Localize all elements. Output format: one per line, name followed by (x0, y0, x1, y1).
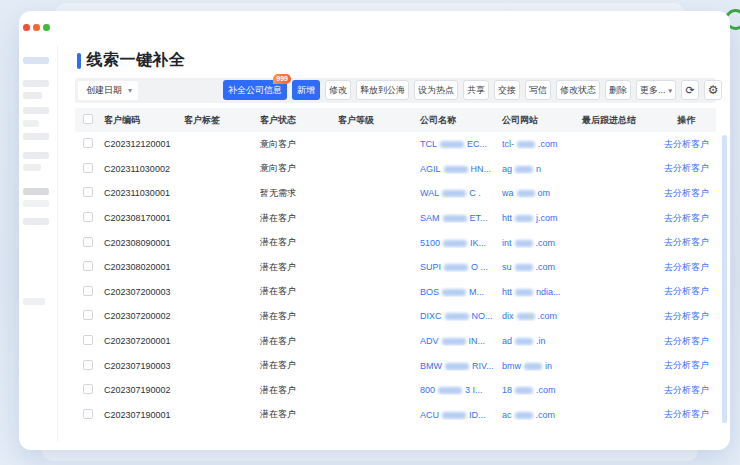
toolbar-button[interactable]: 删除 (605, 80, 631, 100)
company-name-link[interactable]: SUPIO ... (417, 262, 499, 272)
row-select-cell (75, 237, 101, 249)
app-window: 线索一键补全 创建日期 ▾ 补全公司信息 999 新增 修改释放到公海设为热点共… (19, 11, 730, 450)
toolbar-button[interactable]: 设为热点 (414, 80, 458, 100)
company-name-link[interactable]: SAMET... (417, 213, 499, 223)
sidebar-skeleton-bar (23, 152, 49, 159)
row-checkbox[interactable] (83, 237, 93, 247)
company-website-link[interactable]: int.com (499, 238, 579, 248)
window-controls (23, 24, 50, 31)
analyze-customer-link[interactable]: 去分析客户 (664, 409, 709, 419)
row-checkbox[interactable] (83, 261, 93, 271)
company-website-link[interactable]: waom (499, 188, 579, 198)
analyze-customer-link[interactable]: 去分析客户 (664, 213, 709, 223)
company-website-link[interactable]: httndia... (499, 287, 579, 297)
row-checkbox[interactable] (83, 187, 93, 197)
table-row: C202307190002潜在客户8003 I...18.com去分析客户 (75, 378, 716, 403)
customer-status-cell: 潜在客户 (257, 335, 335, 348)
company-name-link[interactable]: TCLEC... (417, 139, 499, 149)
vertical-scrollbar[interactable] (722, 135, 727, 423)
row-checkbox[interactable] (83, 360, 93, 370)
table-body: C202312120001意向客户TCLEC...tcl-.com去分析客户C2… (75, 132, 716, 427)
close-window-button[interactable] (23, 24, 30, 31)
redacted-text (515, 387, 533, 394)
company-name-link[interactable]: DIXCNO... (417, 311, 499, 321)
company-name-link[interactable]: ADVIN... (417, 336, 499, 346)
redacted-text (515, 264, 533, 271)
select-all-checkbox[interactable] (83, 114, 93, 124)
minimize-window-button[interactable] (33, 24, 40, 31)
date-filter-value: 创建日期 (86, 84, 122, 97)
redacted-text (443, 240, 467, 247)
customer-status-cell: 潜在客户 (257, 261, 335, 274)
analyze-customer-link[interactable]: 去分析客户 (664, 262, 709, 272)
complete-company-info-label: 补全公司信息 (228, 86, 282, 95)
toolbar-button[interactable]: 写信 (525, 80, 551, 100)
more-button-label: 更多... (640, 86, 666, 95)
company-website-link[interactable]: agn (499, 164, 579, 174)
title-accent-bar (77, 53, 81, 69)
action-cell: 去分析客户 (657, 384, 716, 397)
company-website-link[interactable]: dix.com (499, 311, 579, 321)
company-website-link[interactable]: 18.com (499, 385, 579, 395)
row-checkbox[interactable] (83, 384, 93, 394)
customer-code-cell: C202307190002 (101, 385, 181, 395)
analyze-customer-link[interactable]: 去分析客户 (664, 237, 709, 247)
company-website-link[interactable]: bmwin (499, 361, 579, 371)
redacted-text (515, 338, 533, 345)
date-filter-dropdown[interactable]: 创建日期 ▾ (78, 81, 138, 100)
redacted-text (445, 313, 469, 320)
more-button[interactable]: 更多... ▾ (636, 80, 676, 100)
table-header: 客户编码客户标签客户状态客户等级公司名称公司网站最后跟进总结操作 (75, 108, 716, 132)
maximize-window-button[interactable] (43, 24, 50, 31)
company-website-link[interactable]: ac.com (499, 410, 579, 420)
sidebar-skeleton-bar (23, 92, 42, 99)
company-name-link[interactable]: BOSM... (417, 287, 499, 297)
company-name-link[interactable]: AGILHN... (417, 164, 499, 174)
row-checkbox[interactable] (83, 335, 93, 345)
analyze-customer-link[interactable]: 去分析客户 (664, 163, 709, 173)
sidebar-skeleton-bar (23, 200, 49, 207)
redacted-text (515, 412, 533, 419)
redacted-text (438, 387, 462, 394)
row-checkbox[interactable] (83, 212, 93, 222)
toolbar-button[interactable]: 修改 (325, 80, 351, 100)
company-name-link[interactable]: 5100IK... (417, 238, 499, 248)
toolbar-button[interactable]: 修改状态 (556, 80, 600, 100)
table-row: C202307200001潜在客户ADVIN...ad.in去分析客户 (75, 329, 716, 354)
redacted-text (442, 412, 466, 419)
toolbar-button[interactable]: 释放到公海 (356, 80, 409, 100)
company-website-link[interactable]: tcl-.com (499, 139, 579, 149)
company-name-link[interactable]: BMWRIV... (417, 361, 499, 371)
analyze-customer-link[interactable]: 去分析客户 (664, 286, 709, 296)
toolbar-icon-button[interactable]: ⚙ (704, 80, 722, 100)
company-name-link[interactable]: 8003 I... (417, 385, 499, 395)
refresh-icon: ⟳ (685, 85, 694, 96)
redacted-text (444, 264, 468, 271)
company-name-link[interactable]: WALC . (417, 188, 499, 198)
analyze-customer-link[interactable]: 去分析客户 (664, 360, 709, 370)
customer-code-cell: C202312120001 (101, 139, 181, 149)
company-website-link[interactable]: httj.com (499, 213, 579, 223)
sidebar-skeleton-bar (23, 57, 49, 64)
row-checkbox[interactable] (83, 286, 93, 296)
analyze-customer-link[interactable]: 去分析客户 (664, 188, 709, 198)
toolbar-button[interactable]: 交接 (494, 80, 520, 100)
toolbar-button[interactable]: 共享 (463, 80, 489, 100)
company-name-link[interactable]: ACUID... (417, 410, 499, 420)
company-website-link[interactable]: su.com (499, 262, 579, 272)
sidebar-skeleton-bar (23, 218, 49, 225)
company-website-link[interactable]: ad.in (499, 336, 579, 346)
add-button[interactable]: 新增 (292, 80, 320, 100)
row-checkbox[interactable] (83, 163, 93, 173)
customer-code-cell: C202307200003 (101, 287, 181, 297)
complete-company-info-button[interactable]: 补全公司信息 999 (223, 80, 287, 100)
analyze-customer-link[interactable]: 去分析客户 (664, 139, 709, 149)
customer-status-cell: 潜在客户 (257, 384, 335, 397)
analyze-customer-link[interactable]: 去分析客户 (664, 385, 709, 395)
analyze-customer-link[interactable]: 去分析客户 (664, 311, 709, 321)
toolbar-icon-button[interactable]: ⟳ (681, 80, 699, 100)
row-checkbox[interactable] (83, 409, 93, 419)
row-checkbox[interactable] (83, 310, 93, 320)
analyze-customer-link[interactable]: 去分析客户 (664, 336, 709, 346)
row-checkbox[interactable] (83, 138, 93, 148)
